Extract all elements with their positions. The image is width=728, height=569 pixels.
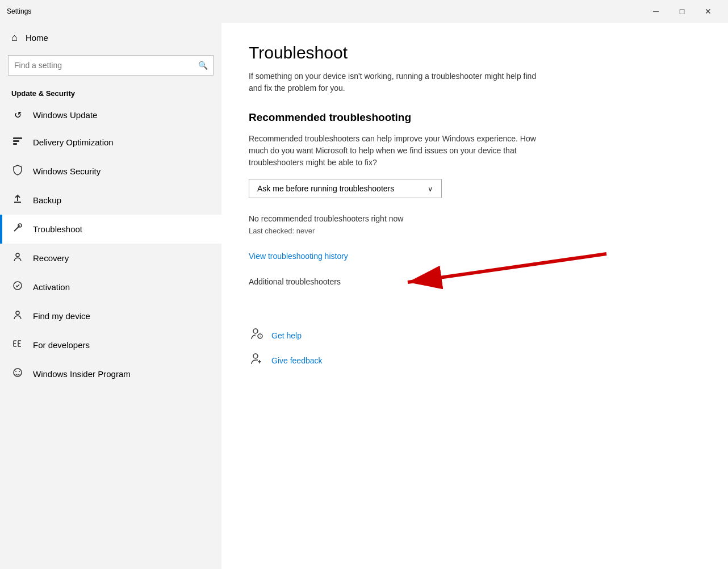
page-title: Troubleshoot	[249, 43, 701, 62]
subtitle-text: If something on your device isn't workin…	[249, 70, 544, 94]
dropdown-value: Ask me before running troubleshooters	[257, 184, 394, 193]
svg-line-23	[408, 254, 606, 282]
windows-insider-icon	[11, 367, 24, 381]
nav-label: Windows Security	[33, 166, 101, 176]
get-help-item: ? Get help	[249, 327, 701, 344]
annotation-arrow	[317, 242, 612, 299]
sidebar-item-troubleshoot[interactable]: Troubleshoot	[0, 215, 221, 244]
nav-label: Troubleshoot	[33, 224, 82, 234]
svg-line-7	[19, 225, 20, 227]
title-bar: Settings ─ □ ✕	[0, 0, 728, 23]
main-content: Troubleshoot If something on your device…	[221, 23, 728, 569]
chevron-down-icon: ∨	[428, 185, 433, 193]
sidebar-item-backup[interactable]: Backup	[0, 186, 221, 215]
maximize-button[interactable]: □	[669, 3, 695, 20]
give-feedback-link[interactable]: Give feedback	[271, 356, 323, 365]
sidebar-item-delivery-optimization[interactable]: Delivery Optimization	[0, 128, 221, 157]
additional-troubleshooters-label: Additional troubleshooters	[249, 277, 341, 286]
nav-label: Backup	[33, 195, 61, 205]
sidebar: ⌂ Home 🔍 Update & Security ↺ Windows Upd…	[0, 23, 221, 569]
give-feedback-icon	[249, 352, 265, 369]
sidebar-item-windows-insider[interactable]: Windows Insider Program	[0, 359, 221, 388]
svg-rect-2	[13, 143, 17, 145]
home-icon: ⌂	[11, 32, 18, 44]
nav-label: Recovery	[33, 253, 69, 263]
svg-text:?: ?	[260, 334, 261, 339]
search-icon: 🔍	[198, 61, 208, 70]
sidebar-item-recovery[interactable]: Recovery	[0, 244, 221, 273]
recovery-icon	[11, 251, 24, 265]
give-feedback-item: Give feedback	[249, 352, 701, 369]
nav-label: Windows Update	[33, 110, 97, 120]
svg-point-20	[15, 371, 16, 372]
sidebar-item-activation[interactable]: Activation	[0, 273, 221, 302]
sidebar-item-for-developers[interactable]: For developers	[0, 330, 221, 359]
settings-window: Settings ─ □ ✕ ⌂ Home 🔍 Update & Securit…	[0, 0, 728, 569]
nav-label: Find my device	[33, 311, 90, 321]
recommended-heading: Recommended troubleshooting	[249, 111, 701, 124]
for-developers-icon	[11, 338, 24, 352]
svg-line-5	[14, 227, 19, 231]
svg-point-27	[253, 354, 258, 358]
search-input[interactable]	[8, 55, 214, 76]
sidebar-item-find-my-device[interactable]: Find my device	[0, 302, 221, 330]
sidebar-item-windows-update[interactable]: ↺ Windows Update	[0, 102, 221, 128]
find-my-device-icon	[11, 309, 24, 323]
svg-point-24	[253, 329, 258, 333]
close-button[interactable]: ✕	[695, 3, 721, 20]
nav-label: Delivery Optimization	[33, 137, 114, 147]
troubleshooter-dropdown[interactable]: Ask me before running troubleshooters ∨	[249, 179, 442, 198]
backup-icon	[11, 193, 24, 207]
svg-point-21	[19, 371, 20, 372]
windows-security-icon	[11, 164, 24, 178]
svg-point-10	[16, 311, 19, 315]
recommended-description: Recommended troubleshooters can help imp…	[249, 133, 544, 169]
content-area: ⌂ Home 🔍 Update & Security ↺ Windows Upd…	[0, 23, 728, 569]
windows-update-icon: ↺	[11, 110, 24, 120]
activation-icon	[11, 280, 24, 294]
nav-label: Activation	[33, 282, 70, 292]
svg-rect-1	[13, 140, 19, 142]
home-label: Home	[26, 33, 48, 43]
sidebar-item-home[interactable]: ⌂ Home	[0, 23, 221, 53]
svg-rect-0	[13, 137, 22, 139]
get-help-link[interactable]: Get help	[271, 331, 302, 340]
nav-label: Windows Insider Program	[33, 369, 131, 379]
nav-label: For developers	[33, 340, 90, 350]
section-label: Update & Security	[0, 83, 221, 102]
get-help-icon: ?	[249, 327, 265, 344]
no-troubleshooters-text: No recommended troubleshooters right now	[249, 214, 701, 223]
window-controls: ─ □ ✕	[643, 3, 721, 20]
help-links-section: ? Get help Give feedback	[249, 327, 701, 369]
minimize-button[interactable]: ─	[643, 3, 669, 20]
sidebar-item-windows-security[interactable]: Windows Security	[0, 157, 221, 186]
app-title: Settings	[7, 7, 31, 15]
last-checked-text: Last checked: never	[249, 227, 701, 235]
svg-point-8	[16, 253, 19, 257]
view-history-link[interactable]: View troubleshooting history	[249, 252, 348, 261]
troubleshoot-icon	[11, 222, 24, 236]
delivery-optimization-icon	[11, 135, 24, 149]
search-box: 🔍	[8, 55, 214, 76]
additional-troubleshooters-section: Additional troubleshooters	[249, 277, 701, 307]
